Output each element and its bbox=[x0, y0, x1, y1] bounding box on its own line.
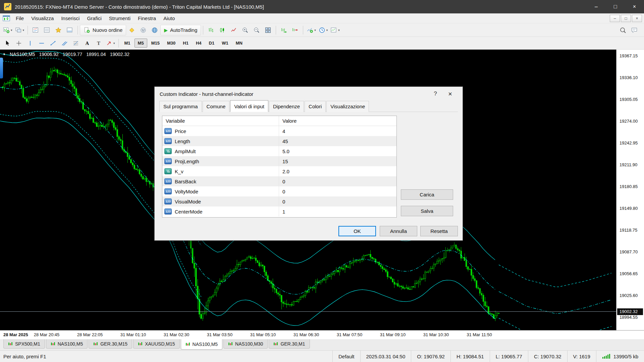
status-profile[interactable]: Default bbox=[332, 351, 360, 362]
parameter-value[interactable]: 2.0 bbox=[279, 169, 396, 174]
timeframe-button[interactable]: M30 bbox=[164, 39, 179, 48]
parameter-row[interactable]: 123 Price 4 bbox=[162, 126, 396, 136]
templates-button[interactable]: ▾ bbox=[329, 25, 341, 36]
dialog-tab[interactable]: Dipendenze bbox=[269, 101, 304, 112]
dialog-tab[interactable]: Comune bbox=[203, 101, 230, 112]
load-button[interactable]: Carica bbox=[401, 189, 453, 200]
fibonacci-button[interactable] bbox=[70, 38, 82, 49]
auto-scroll-button[interactable] bbox=[278, 25, 289, 36]
dialog-tab[interactable]: Valori di input bbox=[230, 100, 268, 112]
timeframe-button[interactable]: D1 bbox=[206, 39, 218, 48]
parameter-row[interactable]: 123 BarsBack 0 bbox=[162, 176, 396, 186]
autotrading-button[interactable]: ▶ AutoTrading bbox=[160, 25, 201, 36]
equidistant-channel-button[interactable] bbox=[59, 38, 70, 49]
reset-button[interactable]: Resetta bbox=[420, 226, 458, 236]
timeframe-button[interactable]: M1 bbox=[121, 39, 134, 48]
parameter-row[interactable]: 123 VoltyMode 0 bbox=[162, 186, 396, 196]
time-axis[interactable]: 28 Mar 202528 Mar 20:4528 Mar 22:0531 Ma… bbox=[0, 330, 644, 339]
parameter-row[interactable]: ½ K_v 2.0 bbox=[162, 166, 396, 176]
chart-tab[interactable]: GER.30,M1 bbox=[269, 339, 310, 349]
tile-windows-button[interactable] bbox=[262, 25, 274, 36]
parameter-value[interactable]: 15 bbox=[279, 159, 396, 164]
cursor-button[interactable] bbox=[2, 38, 13, 49]
dialog-tab[interactable]: Sul programma bbox=[159, 101, 202, 112]
dialog-help-button[interactable]: ? bbox=[428, 90, 442, 97]
navigator-button[interactable] bbox=[53, 25, 64, 36]
menu-item[interactable]: File bbox=[12, 14, 28, 22]
titlebar[interactable]: 2018520515: FXNeo-MT4 Demo Server - Cont… bbox=[0, 0, 644, 13]
menu-item[interactable]: Strumenti bbox=[105, 14, 134, 22]
chart-tab[interactable]: NAS100,M30 bbox=[223, 339, 268, 349]
menu-item[interactable]: Visualizza bbox=[28, 14, 57, 22]
zoom-in-button[interactable] bbox=[239, 25, 251, 36]
chart-tab[interactable]: GER.30,M15 bbox=[89, 339, 132, 349]
mdi-minimize-button[interactable]: – bbox=[610, 15, 620, 22]
cancel-button[interactable]: Annulla bbox=[380, 226, 417, 236]
market-watch-button[interactable] bbox=[30, 25, 41, 36]
vertical-line-button[interactable] bbox=[24, 38, 36, 49]
chart-tab[interactable]: NAS100,M5 bbox=[181, 339, 222, 350]
indicators-button[interactable]: ▾ bbox=[305, 25, 317, 36]
line-chart-button[interactable] bbox=[228, 25, 239, 36]
parameter-row[interactable]: ½ AmplMult 5.0 bbox=[162, 146, 396, 156]
chart-tab[interactable]: XAUUSD,M15 bbox=[133, 339, 179, 349]
chat-button[interactable] bbox=[629, 25, 640, 36]
menu-item[interactable]: Grafici bbox=[83, 14, 105, 22]
horizontal-line-button[interactable] bbox=[36, 38, 47, 49]
timeframe-button[interactable]: MN bbox=[232, 39, 246, 48]
parameter-value[interactable]: 0 bbox=[279, 179, 396, 184]
candlesticks-button[interactable] bbox=[217, 25, 228, 36]
bars-button[interactable] bbox=[205, 25, 217, 36]
parameter-value[interactable]: 0 bbox=[279, 189, 396, 194]
menu-item[interactable]: Finestra bbox=[134, 14, 160, 22]
timeframe-button[interactable]: M5 bbox=[135, 39, 147, 48]
parameter-row[interactable]: 123 ProjLength 15 bbox=[162, 156, 396, 166]
chart-tab[interactable]: SPX500,M1 bbox=[3, 339, 45, 349]
minimize-button[interactable]: – bbox=[587, 0, 606, 13]
expert-advisors-button[interactable] bbox=[138, 25, 149, 36]
text-button[interactable]: A bbox=[82, 38, 93, 49]
parameter-value[interactable]: 5.0 bbox=[279, 148, 396, 154]
one-click-trading-tab[interactable] bbox=[0, 58, 3, 78]
mdi-restore-button[interactable]: □ bbox=[621, 15, 631, 22]
trendline-button[interactable] bbox=[47, 38, 59, 49]
parameter-value[interactable]: 1 bbox=[279, 209, 396, 215]
periods-button[interactable]: ▾ bbox=[317, 25, 329, 36]
ok-button[interactable]: OK bbox=[338, 226, 376, 236]
parameter-row[interactable]: 123 Length 45 bbox=[162, 136, 396, 146]
chart-symbol-dropdown-icon[interactable]: ▼ bbox=[3, 53, 6, 56]
new-order-button[interactable]: Nuovo ordine bbox=[80, 25, 126, 36]
terminal-button[interactable] bbox=[64, 25, 75, 36]
dialog-tab[interactable]: Visualizzazione bbox=[326, 101, 369, 112]
parameter-row[interactable]: 123 CenterMode 1 bbox=[162, 206, 396, 217]
timeframe-button[interactable]: H1 bbox=[179, 39, 192, 48]
text-label-button[interactable]: T bbox=[93, 38, 104, 49]
crosshair-button[interactable] bbox=[13, 38, 24, 49]
metaeditor-button[interactable] bbox=[126, 25, 138, 36]
parameter-row[interactable]: 123 VisualMode 0 bbox=[162, 196, 396, 206]
close-button[interactable]: × bbox=[625, 0, 644, 13]
timeframe-button[interactable]: H4 bbox=[193, 39, 205, 48]
dialog-close-button[interactable]: × bbox=[442, 87, 458, 101]
menu-item[interactable]: Inserisci bbox=[57, 14, 83, 22]
arrows-button[interactable]: ▾ bbox=[104, 38, 116, 49]
zoom-out-button[interactable] bbox=[251, 25, 262, 36]
maximize-button[interactable]: □ bbox=[606, 0, 625, 13]
timeframe-button[interactable]: W1 bbox=[218, 39, 232, 48]
community-button[interactable] bbox=[149, 25, 160, 36]
parameter-value[interactable]: 4 bbox=[279, 128, 396, 134]
dialog-titlebar[interactable]: Custom Indicator - hurst-channel-indicat… bbox=[155, 87, 463, 101]
new-chart-button[interactable]: ▾ bbox=[2, 25, 14, 36]
dialog-tab[interactable]: Colori bbox=[305, 101, 326, 112]
timeframe-button[interactable]: M15 bbox=[148, 39, 163, 48]
search-button[interactable] bbox=[617, 25, 629, 36]
data-window-button[interactable] bbox=[41, 25, 53, 36]
save-button[interactable]: Salva bbox=[401, 206, 453, 216]
chart-shift-button[interactable] bbox=[289, 25, 301, 36]
profiles-button[interactable]: ▾ bbox=[14, 25, 26, 36]
price-axis[interactable]: 19367.1519336.1019305.0519274.0019242.95… bbox=[616, 50, 644, 330]
parameter-value[interactable]: 45 bbox=[279, 138, 396, 144]
menu-item[interactable]: Aiuto bbox=[160, 14, 178, 22]
chart-tab[interactable]: NAS100,M5 bbox=[46, 339, 88, 349]
mdi-close-button[interactable]: × bbox=[632, 15, 642, 22]
